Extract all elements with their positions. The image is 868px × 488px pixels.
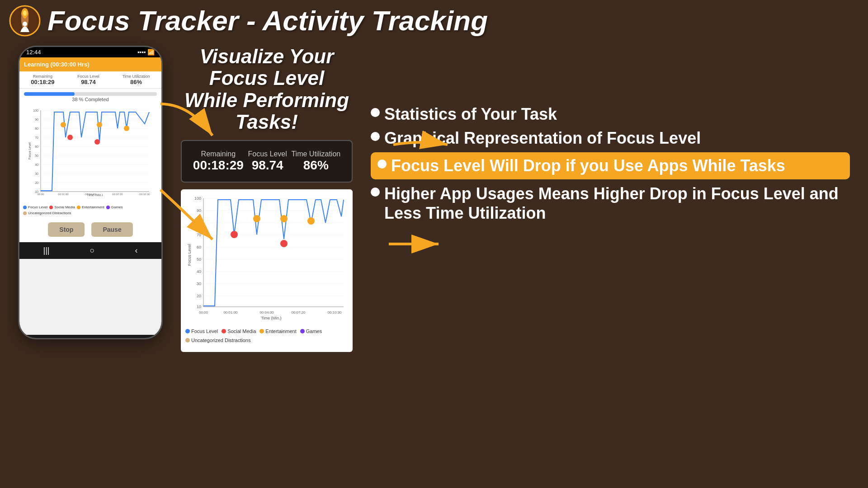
svg-text:00:10:30: 00:10:30	[139, 193, 150, 196]
legend-entertainment: Entertainment	[77, 205, 104, 209]
stats-utilization: Time Utilization 86%	[291, 150, 340, 173]
bullet-dot-3	[371, 188, 380, 197]
task-title: Learning (00:30:00 Hrs)	[24, 61, 157, 68]
svg-text:70: 70	[197, 233, 201, 237]
phone-stats: Remaining 00:18:29 Focus Level 98.74 Tim…	[19, 71, 161, 89]
svg-text:00:04:00: 00:04:00	[259, 310, 274, 314]
task-header: Learning (00:30:00 Hrs)	[19, 57, 161, 71]
svg-text:50: 50	[197, 257, 201, 262]
bullet-text-3: Higher App Usages Means Higher Drop in F…	[384, 184, 850, 223]
svg-text:00:00: 00:00	[199, 310, 208, 314]
nav-menu-icon[interactable]: |||	[43, 246, 50, 255]
phone-buttons: Stop Pause	[19, 217, 161, 242]
bullet-item-0: Statistics of Your Task	[371, 104, 850, 124]
svg-text:00:10:30: 00:10:30	[327, 310, 342, 314]
svg-text:30: 30	[35, 172, 38, 175]
big-legend-games: Games	[300, 328, 322, 334]
legend-games: Games	[106, 205, 123, 209]
svg-text:00:01:00: 00:01:00	[58, 193, 69, 196]
phone-container: 12:44 ▪▪▪▪ 📶 Learning (00:30:00 Hrs) Rem…	[9, 41, 172, 484]
svg-text:30: 30	[197, 282, 201, 286]
svg-text:100: 100	[194, 196, 201, 201]
svg-text:60: 60	[35, 145, 38, 148]
bullet-item-2: Focus Level Will Drop if you Use Apps Wh…	[371, 152, 850, 179]
svg-point-26	[67, 135, 73, 140]
svg-text:90: 90	[197, 208, 201, 213]
right-section: Statistics of Your Task Graphical Repres…	[362, 41, 859, 484]
svg-point-63	[280, 215, 288, 222]
svg-text:00:00: 00:00	[37, 193, 44, 196]
svg-text:60: 60	[197, 245, 201, 249]
stats-box: Remaining 00:18:29 Focus Level 98.74 Tim…	[181, 140, 353, 183]
svg-text:80: 80	[35, 127, 38, 130]
phone-remaining: Remaining 00:18:29	[31, 74, 54, 85]
header: Focus Tracker - Activity Tracking	[0, 0, 868, 41]
phone-nav-bar: ||| ○ ‹	[19, 242, 161, 259]
bullet-item-1: Graphical Representation of Focus Level	[371, 128, 850, 148]
phone-screen: Learning (00:30:00 Hrs) Remaining 00:18:…	[19, 57, 161, 335]
headline: Visualize Your Focus Level While Perform…	[181, 46, 353, 133]
stats-remaining: Remaining 00:18:29	[193, 150, 244, 173]
svg-point-29	[97, 122, 102, 127]
svg-text:50: 50	[35, 154, 38, 157]
phone-time: 12:44	[26, 49, 41, 56]
main-content: 12:44 ▪▪▪▪ 📶 Learning (00:30:00 Hrs) Rem…	[0, 41, 868, 484]
stop-button[interactable]: Stop	[48, 222, 85, 237]
nav-home-icon[interactable]: ○	[90, 246, 95, 255]
svg-point-61	[280, 240, 288, 247]
progress-text: 38 % Completed	[24, 97, 157, 102]
bullet-text-1: Graphical Representation of Focus Level	[384, 128, 701, 148]
phone-mockup: 12:44 ▪▪▪▪ 📶 Learning (00:30:00 Hrs) Rem…	[18, 46, 163, 339]
bullet-dot-2	[377, 160, 387, 169]
legend-focus: Focus Level	[23, 205, 47, 209]
big-chart-legend: Focus Level Social Media Entertainment G…	[185, 327, 348, 345]
phone-signal: ▪▪▪▪ 📶	[137, 49, 155, 56]
bullet-item-3: Higher App Usages Means Higher Drop in F…	[371, 184, 850, 223]
feature-list: Statistics of Your Task Graphical Repres…	[371, 104, 850, 223]
big-chart-area: 100 90 80 70 60 50 40 30 20 10	[181, 189, 353, 352]
svg-text:00:07:20: 00:07:20	[112, 193, 123, 196]
pause-button[interactable]: Pause	[91, 222, 132, 237]
svg-text:Focus Level: Focus Level	[28, 142, 31, 160]
svg-text:40: 40	[35, 163, 38, 166]
svg-text:Time (Min.): Time (Min.)	[87, 193, 103, 196]
big-legend-uncategorized: Uncategorized Distractions	[185, 338, 250, 343]
svg-text:40: 40	[197, 269, 201, 274]
svg-text:Time (Min.): Time (Min.)	[261, 316, 281, 320]
progress-bar-fill	[24, 92, 75, 96]
legend-uncategorized: Uncategorized Distractions	[23, 211, 71, 215]
phone-utilization: Time Utilization 86%	[122, 74, 150, 85]
bullet-dot-1	[371, 132, 380, 141]
svg-text:20: 20	[197, 294, 201, 298]
big-chart-svg: 100 90 80 70 60 50 40 30 20 10	[185, 194, 348, 325]
svg-point-28	[61, 122, 66, 127]
phone-focus: Focus Level 98.74	[77, 74, 99, 85]
big-legend-focus: Focus Level	[185, 328, 218, 334]
app-logo	[9, 5, 41, 37]
bullet-text-0: Statistics of Your Task	[384, 104, 557, 124]
svg-point-27	[94, 139, 100, 145]
progress-container: 38 % Completed	[19, 89, 161, 104]
svg-text:70: 70	[35, 136, 38, 139]
svg-text:Focus Level: Focus Level	[187, 244, 192, 266]
svg-point-62	[253, 215, 260, 222]
phone-chart-svg: 100 90 80 70 60 50 40 30 20 10	[22, 106, 159, 196]
bullet-dot-0	[371, 108, 380, 117]
svg-point-30	[124, 126, 129, 131]
svg-text:00:01:00: 00:01:00	[223, 310, 238, 314]
phone-legend: Focus Level Social Media Entertainment G…	[19, 203, 161, 217]
svg-text:10: 10	[197, 305, 201, 309]
big-legend-social: Social Media	[222, 328, 256, 334]
bullet-text-2: Focus Level Will Drop if you Use Apps Wh…	[391, 156, 785, 175]
app-title: Focus Tracker - Activity Tracking	[47, 5, 488, 37]
svg-text:80: 80	[197, 221, 201, 225]
svg-text:00:07:20: 00:07:20	[291, 310, 306, 314]
center-section: Visualize Your Focus Level While Perform…	[181, 41, 353, 484]
progress-bar-bg	[24, 92, 157, 96]
svg-text:90: 90	[35, 118, 38, 121]
stats-focus: Focus Level 98.74	[248, 150, 287, 173]
svg-text:20: 20	[35, 181, 38, 184]
svg-point-3	[23, 22, 27, 26]
phone-status-bar: 12:44 ▪▪▪▪ 📶	[19, 47, 161, 57]
nav-back-icon[interactable]: ‹	[135, 246, 137, 255]
